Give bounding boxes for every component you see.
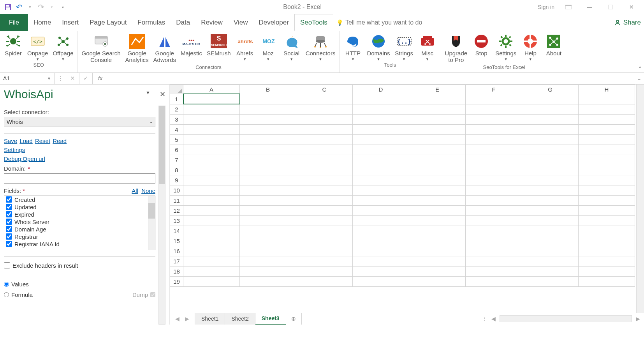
column-header[interactable]: B [240,85,296,94]
cell[interactable] [296,215,353,226]
redo-icon[interactable]: ↷ [37,3,45,11]
cell[interactable] [522,124,579,134]
domains-button[interactable]: Domains▼ [365,33,391,61]
cell[interactable] [353,104,409,114]
cell[interactable] [522,145,579,155]
cell[interactable] [183,226,240,236]
cell[interactable] [522,94,579,104]
http-button[interactable]: HTTP▼ [342,33,364,61]
cell[interactable] [240,236,296,246]
cell[interactable] [579,276,635,286]
task-pane-options-icon[interactable]: ▼ [146,90,150,99]
cell[interactable] [409,165,466,175]
misc-button[interactable]: Misc▼ [417,33,438,61]
field-checkbox[interactable] [6,211,12,217]
cell[interactable] [579,155,635,165]
undo-icon[interactable]: ↶ [15,3,23,11]
cell[interactable] [579,94,635,104]
connector-select[interactable]: Whois ⌄ [4,117,155,127]
column-header[interactable]: C [296,85,353,94]
cell[interactable] [240,104,296,114]
cell[interactable] [183,266,240,276]
cell[interactable] [353,236,409,246]
cell[interactable] [353,266,409,276]
settings-button[interactable]: Settings▼ [494,33,518,61]
cell[interactable] [240,114,296,124]
cell[interactable] [466,134,522,145]
formula-radio[interactable] [4,292,9,297]
load-link[interactable]: Load [19,138,32,144]
cell[interactable] [579,236,635,246]
select-all-cell[interactable] [170,85,183,94]
fx-icon[interactable]: fx [93,73,108,84]
row-header[interactable]: 1 [170,94,183,104]
cell[interactable] [522,104,579,114]
ahrefs-button[interactable]: ahrefsAhrefs▼ [234,33,256,61]
offpage-button[interactable]: Offpage▼ [51,33,75,61]
tab-scroll-left-icon[interactable]: ◀ [491,316,496,322]
tell-me-input[interactable] [345,19,454,26]
cell[interactable] [240,195,296,205]
cell[interactable] [296,124,353,134]
semrush-button[interactable]: SSEMRUSHSEMrush [205,33,232,56]
field-checkbox[interactable] [6,204,12,210]
cell[interactable] [409,215,466,226]
cell[interactable] [240,256,296,266]
strings-button[interactable]: {..}Strings▼ [393,33,415,61]
cell[interactable] [579,215,635,226]
tab-home[interactable]: Home [28,14,56,31]
cell[interactable] [579,134,635,145]
about-button[interactable]: About [543,33,565,56]
cell[interactable] [522,155,579,165]
cell[interactable] [296,104,353,114]
cell[interactable] [353,185,409,195]
row-header[interactable]: 6 [170,145,183,155]
cell[interactable] [240,94,296,104]
cell[interactable] [240,215,296,226]
cell[interactable] [240,124,296,134]
sheet-nav-prev-icon[interactable]: ◀ [175,316,179,322]
cell[interactable] [353,165,409,175]
cell[interactable] [296,185,353,195]
sheet-tab-sheet3[interactable]: Sheet3 [255,313,286,325]
cell[interactable] [522,165,579,175]
close-icon[interactable]: ✕ [625,2,639,12]
tab-page-layout[interactable]: Page Layout [84,14,132,31]
cell[interactable] [183,175,240,185]
row-header[interactable]: 12 [170,205,183,215]
cell[interactable] [296,165,353,175]
share-button[interactable]: Share [614,14,644,31]
domain-input[interactable] [4,173,155,184]
cell[interactable] [183,195,240,205]
row-header[interactable]: 19 [170,276,183,286]
collapse-ribbon-icon[interactable]: ⌃ [638,65,642,72]
cell[interactable] [183,256,240,266]
row-header[interactable]: 18 [170,266,183,276]
cell[interactable] [296,175,353,185]
cell[interactable] [579,246,635,256]
formula-input[interactable] [108,73,635,84]
cell[interactable] [353,226,409,236]
save-link[interactable]: Save [4,138,17,144]
cell[interactable] [466,226,522,236]
formula-expand-icon[interactable]: ⌄ [635,73,644,84]
majestic-button[interactable]: ★★★MAJESTICMajestic [179,33,204,56]
cell[interactable] [240,175,296,185]
redo-dropdown-icon[interactable]: ▼ [48,3,56,11]
cell[interactable] [466,114,522,124]
row-header[interactable]: 10 [170,185,183,195]
cell[interactable] [183,124,240,134]
tab-review[interactable]: Review [195,14,228,31]
cell[interactable] [522,185,579,195]
cell[interactable] [183,165,240,175]
undo-dropdown-icon[interactable]: ▼ [26,3,34,11]
cell[interactable] [579,165,635,175]
cell[interactable] [466,145,522,155]
cell[interactable] [240,205,296,215]
cell[interactable] [409,104,466,114]
scrollbar-thumb[interactable] [148,203,155,219]
cell[interactable] [466,124,522,134]
cell[interactable] [409,155,466,165]
cell[interactable] [409,226,466,236]
cell[interactable] [296,205,353,215]
